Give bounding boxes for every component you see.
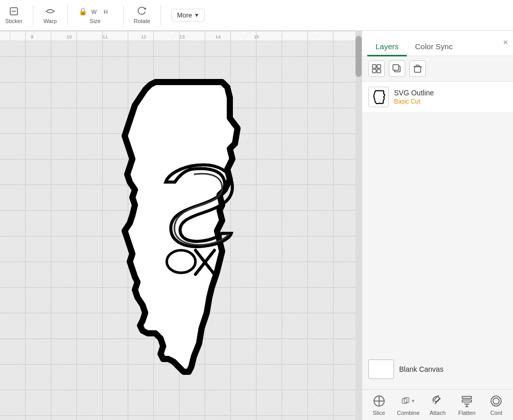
svg-rect-21: [404, 397, 409, 402]
svg-text:H: H: [104, 9, 108, 15]
rotate-tool[interactable]: Rotate: [134, 6, 150, 24]
warp-icon: [45, 6, 55, 16]
size-w-icon: W: [90, 6, 101, 16]
tab-layers-label: Layers: [376, 42, 399, 51]
main-area: 9 10 11 12 13 14 15: [0, 31, 513, 420]
warp-tool[interactable]: Warp: [44, 6, 57, 24]
layer-item[interactable]: SVG Outline Basic Cut: [362, 82, 513, 113]
trash-icon: [413, 64, 422, 73]
blank-canvas-label: Blank Canvas: [399, 365, 443, 373]
svg-rect-20: [402, 398, 407, 403]
sticker-icon: [9, 6, 19, 16]
layer-toolbar: [362, 56, 513, 82]
contour-label: Cont: [490, 410, 502, 416]
rotate-label: Rotate: [134, 18, 150, 24]
svg-rect-6: [372, 65, 376, 68]
sticker-label: Sticker: [5, 18, 23, 24]
warp-label: Warp: [44, 18, 57, 24]
flatten-label: Flatten: [458, 410, 476, 416]
svg-rect-11: [393, 65, 399, 70]
combine-label: Combine: [397, 410, 420, 416]
layer-type: Basic Cut: [394, 98, 434, 105]
group-icon: [372, 64, 381, 73]
svg-rect-23: [462, 400, 471, 402]
canvas-area[interactable]: 9 10 11 12 13 14 15: [0, 31, 362, 420]
blank-canvas-area: Blank Canvas: [362, 113, 513, 389]
contour-icon: [489, 394, 503, 408]
duplicate-layer-button[interactable]: [389, 61, 405, 77]
panel-close-button[interactable]: ×: [503, 38, 508, 47]
artwork-svg: [89, 67, 273, 385]
size-tool[interactable]: 🔒 W H Size: [78, 6, 113, 24]
flatten-button[interactable]: Flatten: [453, 394, 481, 416]
svg-rect-7: [377, 65, 381, 68]
scrollbar-thumb[interactable]: [356, 36, 362, 77]
canvas-content: [0, 31, 362, 420]
layer-thumbnail: [368, 87, 389, 107]
lock-icon: 🔒: [78, 6, 88, 16]
blank-canvas-item[interactable]: Blank Canvas: [362, 354, 513, 384]
blank-canvas-thumbnail: [368, 359, 394, 379]
separator-2: [67, 5, 68, 26]
attach-button[interactable]: Attach: [423, 394, 451, 416]
delete-layer-button[interactable]: [409, 61, 426, 77]
svg-rect-9: [377, 69, 381, 73]
combine-arrow-icon: ▼: [411, 398, 416, 404]
layer-info: SVG Outline Basic Cut: [394, 89, 434, 105]
layer-name: SVG Outline: [394, 89, 434, 97]
group-layers-button[interactable]: [368, 61, 385, 77]
rotate-icon: [137, 6, 147, 16]
tab-layers[interactable]: Layers: [367, 38, 407, 56]
size-h-icon: H: [103, 6, 113, 16]
sticker-tool[interactable]: Sticker: [5, 6, 23, 24]
svg-rect-22: [462, 396, 471, 398]
combine-button[interactable]: ▼ Combine: [394, 394, 422, 416]
svg-rect-8: [372, 69, 376, 73]
tab-color-sync-label: Color Sync: [415, 42, 452, 51]
main-toolbar: Sticker Warp 🔒 W H Size Rota: [0, 0, 513, 31]
size-label: Size: [90, 18, 101, 24]
more-arrow-icon: ▼: [194, 12, 200, 18]
svg-text:W: W: [91, 9, 97, 15]
tab-color-sync[interactable]: Color Sync: [407, 38, 461, 56]
slice-icon: [372, 394, 386, 408]
svg-rect-12: [415, 67, 421, 72]
more-button[interactable]: More ▼: [171, 9, 205, 22]
slice-button[interactable]: Slice: [365, 394, 393, 416]
more-label: More: [177, 11, 192, 19]
combine-icon: ▼: [401, 394, 416, 408]
separator-3: [123, 5, 124, 26]
contour-button[interactable]: Cont: [482, 394, 510, 416]
panel-tabs: Layers Color Sync ×: [362, 31, 513, 56]
right-panel: Layers Color Sync ×: [362, 31, 513, 420]
separator-1: [33, 5, 33, 26]
close-icon: ×: [503, 38, 508, 47]
flatten-icon: [460, 394, 474, 408]
bottom-actions: Slice ▼ Combine: [362, 389, 513, 420]
svg-marker-4: [145, 7, 146, 10]
separator-4: [161, 5, 161, 26]
duplicate-icon: [392, 64, 402, 73]
attach-label: Attach: [429, 410, 445, 416]
slice-label: Slice: [373, 410, 385, 416]
vertical-scrollbar[interactable]: [356, 31, 362, 420]
attach-icon: [430, 394, 445, 408]
